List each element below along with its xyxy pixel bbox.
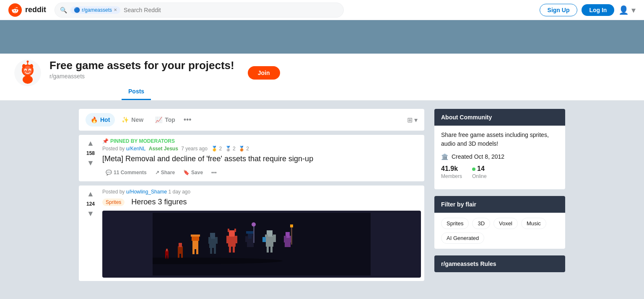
search-tag-gameassets[interactable]: 🔵 r/gameassets ✕ [70, 6, 120, 14]
post-author-1[interactable]: u/KenNL [126, 146, 146, 152]
top-label: Top [165, 116, 175, 123]
header-actions: Sign Up Log In 👤 ▾ [540, 4, 636, 16]
join-button[interactable]: Join [248, 66, 280, 80]
svg-rect-59 [291, 226, 292, 245]
post-title-row-2: Sprites Heroes 3 figures [102, 197, 421, 207]
downvote-button-1[interactable]: ▼ [86, 158, 95, 168]
post-title-1[interactable]: [Meta] Removal and decline of 'free' ass… [102, 154, 421, 164]
svg-rect-38 [234, 236, 237, 243]
rules-header: r/gameassets Rules [434, 255, 565, 272]
save-button-1[interactable]: 🔖 Save [180, 167, 206, 178]
subreddit-name: r/gameassets [49, 73, 234, 80]
svg-rect-46 [253, 225, 254, 243]
svg-point-9 [29, 70, 31, 71]
upvote-button-1[interactable]: ▲ [86, 138, 95, 149]
signup-button[interactable]: Sign Up [540, 4, 578, 16]
svg-point-10 [23, 75, 33, 84]
svg-rect-22 [192, 240, 198, 249]
sort-top-button[interactable]: 📈 Top [150, 113, 180, 126]
tab-posts[interactable]: Posts [122, 84, 151, 100]
svg-rect-39 [229, 247, 231, 253]
subreddit-header: Free game assets for your projects! r/ga… [0, 54, 644, 84]
sort-more-button[interactable]: ••• [184, 116, 192, 124]
filter-tag-music[interactable]: Music [521, 218, 546, 229]
svg-rect-52 [267, 247, 269, 253]
svg-rect-51 [273, 235, 276, 242]
search-tag-label: r/gameassets [82, 7, 112, 13]
svg-rect-24 [191, 235, 200, 237]
subreddit-avatar [13, 58, 43, 88]
upvote-button-2[interactable]: ▲ [86, 189, 95, 199]
svg-point-12 [27, 61, 29, 63]
medal-2: 🥈 2 [225, 146, 236, 152]
svg-rect-60 [290, 224, 293, 227]
svg-point-5 [30, 64, 33, 68]
filter-tag-ai-generated[interactable]: AI Generated [441, 232, 484, 244]
post-card-pinned: ▲ 158 ▼ 📌 PINNED BY MODERATORS Posted by… [79, 135, 424, 181]
subreddit-tabs: Posts [0, 84, 644, 101]
more-button-1[interactable]: ••• [208, 167, 220, 178]
svg-rect-54 [262, 237, 266, 242]
svg-rect-34 [229, 230, 235, 237]
svg-rect-31 [210, 248, 212, 254]
filter-flair-card: Filter by flair Sprites 3D Voxel Music A… [434, 196, 565, 249]
filter-flair-body: Sprites 3D Voxel Music AI Generated [434, 213, 565, 249]
sort-new-button[interactable]: ✨ New [117, 113, 148, 126]
created-date: Created Oct 8, 2012 [452, 153, 504, 160]
comments-icon-1: 💬 [106, 170, 112, 175]
members-value: 41.9k [441, 165, 462, 173]
posted-by-label-1: Posted by [102, 146, 125, 152]
post-card-2: ▲ 124 ▼ Posted by u/Howling_Shame 1 day … [79, 186, 424, 281]
filter-tag-3d[interactable]: 3D [472, 218, 490, 229]
svg-rect-26 [196, 249, 198, 254]
svg-rect-15 [166, 249, 168, 251]
filter-tag-sprites[interactable]: Sprites [441, 218, 469, 229]
posts-column: 🔥 Hot ✨ New 📈 Top ••• ⊞ ▾ ▲ 158 ▼ [79, 109, 424, 285]
view-toggle[interactable]: ⊞ ▾ [407, 116, 418, 124]
svg-rect-25 [192, 249, 195, 254]
svg-rect-20 [178, 254, 179, 258]
svg-rect-53 [270, 247, 273, 253]
filter-flair-header: Filter by flair [434, 196, 565, 213]
about-community-header: About Community [434, 109, 565, 126]
post-author-2[interactable]: u/Howling_Shame [126, 189, 167, 195]
post-actions-1: 💬 11 Comments ↗ Share 🔖 Save ••• [102, 167, 421, 178]
sidebar: About Community Share free game assets i… [434, 109, 565, 285]
search-input[interactable] [124, 7, 338, 13]
login-button[interactable]: Log In [582, 4, 614, 16]
post-time-1: 7 years ago [181, 146, 208, 152]
stats-row: 41.9k Members 14 Online [441, 165, 558, 179]
post-meta-2: Posted by u/Howling_Shame 1 day ago [102, 189, 421, 195]
comments-button-1[interactable]: 💬 11 Comments [102, 167, 150, 178]
about-description: Share free game assets including sprites… [441, 131, 558, 148]
logo-area[interactable]: reddit [8, 3, 46, 17]
pinned-text: PINNED BY MODERATORS [110, 138, 175, 144]
sort-hot-button[interactable]: 🔥 Hot [86, 113, 115, 126]
hot-label: Hot [100, 116, 110, 123]
search-icon: 🔍 [60, 7, 67, 13]
medal-3: 🥉 2 [239, 146, 249, 152]
reddit-logo-icon [8, 3, 22, 17]
user-menu-icon[interactable]: 👤 ▾ [618, 5, 636, 15]
search-bar[interactable]: 🔍 🔵 r/gameassets ✕ [55, 3, 344, 18]
post-title-2[interactable]: Heroes 3 figures [131, 197, 187, 207]
share-button-1[interactable]: ↗ Share [152, 167, 178, 178]
vote-column-2: ▲ 124 ▼ [82, 189, 99, 277]
vote-column-1: ▲ 158 ▼ [82, 138, 99, 178]
online-label: Online [472, 173, 487, 179]
save-label-1: Save [191, 170, 203, 175]
svg-rect-18 [178, 246, 183, 254]
post-flair-1: Asset Jesus [149, 146, 178, 152]
new-label: New [131, 116, 143, 123]
svg-rect-36 [234, 229, 236, 232]
post-flair-2[interactable]: Sprites [102, 198, 125, 206]
post-content-1: 📌 PINNED BY MODERATORS Posted by u/KenNL… [102, 138, 421, 178]
new-icon: ✨ [122, 116, 129, 123]
search-tag-close-icon[interactable]: ✕ [114, 8, 117, 12]
post-image-2 [102, 211, 421, 278]
downvote-button-2[interactable]: ▼ [86, 209, 95, 219]
filter-tag-voxel[interactable]: Voxel [493, 218, 518, 229]
svg-rect-44 [245, 236, 248, 242]
top-icon: 📈 [155, 116, 162, 123]
sort-bar: 🔥 Hot ✨ New 📈 Top ••• ⊞ ▾ [79, 109, 424, 131]
